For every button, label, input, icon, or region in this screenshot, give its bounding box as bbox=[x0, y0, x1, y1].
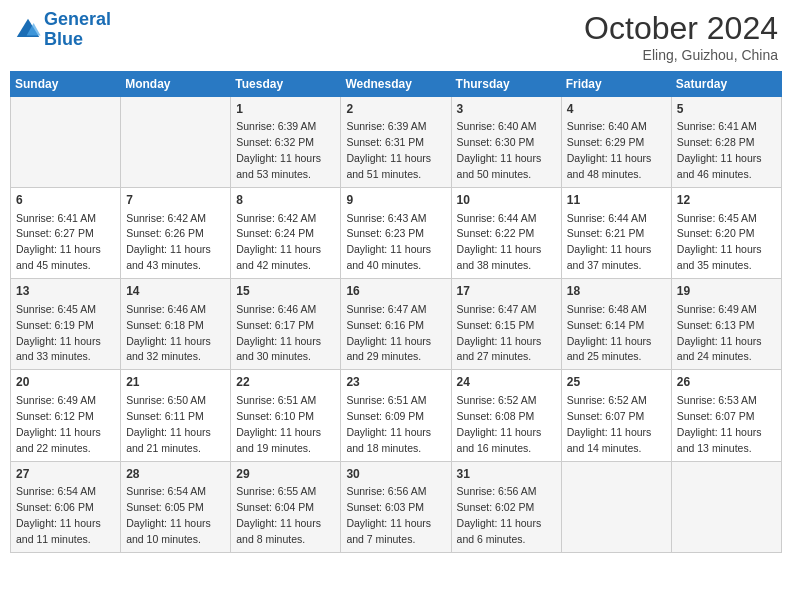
day-number: 20 bbox=[16, 374, 115, 391]
day-info: Sunrise: 6:44 AMSunset: 6:21 PMDaylight:… bbox=[567, 212, 652, 272]
empty-cell bbox=[121, 97, 231, 188]
logo-blue: Blue bbox=[44, 29, 83, 49]
day-info: Sunrise: 6:39 AMSunset: 6:32 PMDaylight:… bbox=[236, 120, 321, 180]
day-number: 23 bbox=[346, 374, 445, 391]
day-info: Sunrise: 6:43 AMSunset: 6:23 PMDaylight:… bbox=[346, 212, 431, 272]
day-number: 22 bbox=[236, 374, 335, 391]
day-info: Sunrise: 6:50 AMSunset: 6:11 PMDaylight:… bbox=[126, 394, 211, 454]
day-info: Sunrise: 6:48 AMSunset: 6:14 PMDaylight:… bbox=[567, 303, 652, 363]
day-number: 3 bbox=[457, 101, 556, 118]
day-info: Sunrise: 6:39 AMSunset: 6:31 PMDaylight:… bbox=[346, 120, 431, 180]
days-of-week-row: SundayMondayTuesdayWednesdayThursdayFrid… bbox=[11, 72, 782, 97]
calendar-header: SundayMondayTuesdayWednesdayThursdayFrid… bbox=[11, 72, 782, 97]
day-info: Sunrise: 6:51 AMSunset: 6:09 PMDaylight:… bbox=[346, 394, 431, 454]
empty-cell bbox=[11, 97, 121, 188]
week-row-2: 6Sunrise: 6:41 AMSunset: 6:27 PMDaylight… bbox=[11, 188, 782, 279]
day-cell-20: 20Sunrise: 6:49 AMSunset: 6:12 PMDayligh… bbox=[11, 370, 121, 461]
day-number: 25 bbox=[567, 374, 666, 391]
day-number: 8 bbox=[236, 192, 335, 209]
day-info: Sunrise: 6:56 AMSunset: 6:02 PMDaylight:… bbox=[457, 485, 542, 545]
day-number: 14 bbox=[126, 283, 225, 300]
day-info: Sunrise: 6:54 AMSunset: 6:06 PMDaylight:… bbox=[16, 485, 101, 545]
day-info: Sunrise: 6:54 AMSunset: 6:05 PMDaylight:… bbox=[126, 485, 211, 545]
day-cell-22: 22Sunrise: 6:51 AMSunset: 6:10 PMDayligh… bbox=[231, 370, 341, 461]
day-cell-19: 19Sunrise: 6:49 AMSunset: 6:13 PMDayligh… bbox=[671, 279, 781, 370]
day-cell-30: 30Sunrise: 6:56 AMSunset: 6:03 PMDayligh… bbox=[341, 461, 451, 552]
day-cell-2: 2Sunrise: 6:39 AMSunset: 6:31 PMDaylight… bbox=[341, 97, 451, 188]
calendar-body: 1Sunrise: 6:39 AMSunset: 6:32 PMDaylight… bbox=[11, 97, 782, 553]
day-number: 28 bbox=[126, 466, 225, 483]
location: Eling, Guizhou, China bbox=[584, 47, 778, 63]
day-info: Sunrise: 6:41 AMSunset: 6:27 PMDaylight:… bbox=[16, 212, 101, 272]
title-block: October 2024 Eling, Guizhou, China bbox=[584, 10, 778, 63]
month-year: October 2024 bbox=[584, 10, 778, 47]
col-wednesday: Wednesday bbox=[341, 72, 451, 97]
day-number: 4 bbox=[567, 101, 666, 118]
day-info: Sunrise: 6:52 AMSunset: 6:08 PMDaylight:… bbox=[457, 394, 542, 454]
empty-cell bbox=[671, 461, 781, 552]
day-number: 29 bbox=[236, 466, 335, 483]
day-number: 7 bbox=[126, 192, 225, 209]
day-cell-15: 15Sunrise: 6:46 AMSunset: 6:17 PMDayligh… bbox=[231, 279, 341, 370]
day-cell-31: 31Sunrise: 6:56 AMSunset: 6:02 PMDayligh… bbox=[451, 461, 561, 552]
day-info: Sunrise: 6:40 AMSunset: 6:30 PMDaylight:… bbox=[457, 120, 542, 180]
day-cell-4: 4Sunrise: 6:40 AMSunset: 6:29 PMDaylight… bbox=[561, 97, 671, 188]
day-cell-24: 24Sunrise: 6:52 AMSunset: 6:08 PMDayligh… bbox=[451, 370, 561, 461]
day-cell-16: 16Sunrise: 6:47 AMSunset: 6:16 PMDayligh… bbox=[341, 279, 451, 370]
day-info: Sunrise: 6:52 AMSunset: 6:07 PMDaylight:… bbox=[567, 394, 652, 454]
day-cell-6: 6Sunrise: 6:41 AMSunset: 6:27 PMDaylight… bbox=[11, 188, 121, 279]
day-info: Sunrise: 6:45 AMSunset: 6:19 PMDaylight:… bbox=[16, 303, 101, 363]
day-cell-14: 14Sunrise: 6:46 AMSunset: 6:18 PMDayligh… bbox=[121, 279, 231, 370]
day-cell-17: 17Sunrise: 6:47 AMSunset: 6:15 PMDayligh… bbox=[451, 279, 561, 370]
day-number: 26 bbox=[677, 374, 776, 391]
day-info: Sunrise: 6:51 AMSunset: 6:10 PMDaylight:… bbox=[236, 394, 321, 454]
week-row-1: 1Sunrise: 6:39 AMSunset: 6:32 PMDaylight… bbox=[11, 97, 782, 188]
day-info: Sunrise: 6:42 AMSunset: 6:24 PMDaylight:… bbox=[236, 212, 321, 272]
day-cell-12: 12Sunrise: 6:45 AMSunset: 6:20 PMDayligh… bbox=[671, 188, 781, 279]
day-number: 5 bbox=[677, 101, 776, 118]
day-number: 18 bbox=[567, 283, 666, 300]
day-info: Sunrise: 6:49 AMSunset: 6:12 PMDaylight:… bbox=[16, 394, 101, 454]
day-cell-1: 1Sunrise: 6:39 AMSunset: 6:32 PMDaylight… bbox=[231, 97, 341, 188]
day-number: 24 bbox=[457, 374, 556, 391]
day-info: Sunrise: 6:53 AMSunset: 6:07 PMDaylight:… bbox=[677, 394, 762, 454]
day-number: 9 bbox=[346, 192, 445, 209]
day-number: 27 bbox=[16, 466, 115, 483]
week-row-4: 20Sunrise: 6:49 AMSunset: 6:12 PMDayligh… bbox=[11, 370, 782, 461]
day-cell-25: 25Sunrise: 6:52 AMSunset: 6:07 PMDayligh… bbox=[561, 370, 671, 461]
page-header: General Blue October 2024 Eling, Guizhou… bbox=[10, 10, 782, 63]
day-number: 11 bbox=[567, 192, 666, 209]
day-info: Sunrise: 6:47 AMSunset: 6:15 PMDaylight:… bbox=[457, 303, 542, 363]
day-cell-21: 21Sunrise: 6:50 AMSunset: 6:11 PMDayligh… bbox=[121, 370, 231, 461]
logo-icon bbox=[14, 16, 42, 44]
day-info: Sunrise: 6:42 AMSunset: 6:26 PMDaylight:… bbox=[126, 212, 211, 272]
day-info: Sunrise: 6:44 AMSunset: 6:22 PMDaylight:… bbox=[457, 212, 542, 272]
week-row-5: 27Sunrise: 6:54 AMSunset: 6:06 PMDayligh… bbox=[11, 461, 782, 552]
col-saturday: Saturday bbox=[671, 72, 781, 97]
day-info: Sunrise: 6:46 AMSunset: 6:17 PMDaylight:… bbox=[236, 303, 321, 363]
day-cell-5: 5Sunrise: 6:41 AMSunset: 6:28 PMDaylight… bbox=[671, 97, 781, 188]
day-number: 31 bbox=[457, 466, 556, 483]
day-cell-3: 3Sunrise: 6:40 AMSunset: 6:30 PMDaylight… bbox=[451, 97, 561, 188]
logo: General Blue bbox=[14, 10, 111, 50]
col-monday: Monday bbox=[121, 72, 231, 97]
day-number: 12 bbox=[677, 192, 776, 209]
col-thursday: Thursday bbox=[451, 72, 561, 97]
day-number: 2 bbox=[346, 101, 445, 118]
calendar-table: SundayMondayTuesdayWednesdayThursdayFrid… bbox=[10, 71, 782, 553]
day-info: Sunrise: 6:47 AMSunset: 6:16 PMDaylight:… bbox=[346, 303, 431, 363]
day-number: 17 bbox=[457, 283, 556, 300]
day-number: 6 bbox=[16, 192, 115, 209]
day-info: Sunrise: 6:40 AMSunset: 6:29 PMDaylight:… bbox=[567, 120, 652, 180]
day-number: 16 bbox=[346, 283, 445, 300]
day-info: Sunrise: 6:55 AMSunset: 6:04 PMDaylight:… bbox=[236, 485, 321, 545]
day-cell-18: 18Sunrise: 6:48 AMSunset: 6:14 PMDayligh… bbox=[561, 279, 671, 370]
logo-general: General bbox=[44, 9, 111, 29]
day-cell-8: 8Sunrise: 6:42 AMSunset: 6:24 PMDaylight… bbox=[231, 188, 341, 279]
day-number: 19 bbox=[677, 283, 776, 300]
day-cell-27: 27Sunrise: 6:54 AMSunset: 6:06 PMDayligh… bbox=[11, 461, 121, 552]
day-cell-26: 26Sunrise: 6:53 AMSunset: 6:07 PMDayligh… bbox=[671, 370, 781, 461]
day-number: 21 bbox=[126, 374, 225, 391]
day-cell-23: 23Sunrise: 6:51 AMSunset: 6:09 PMDayligh… bbox=[341, 370, 451, 461]
logo-text: General Blue bbox=[44, 10, 111, 50]
